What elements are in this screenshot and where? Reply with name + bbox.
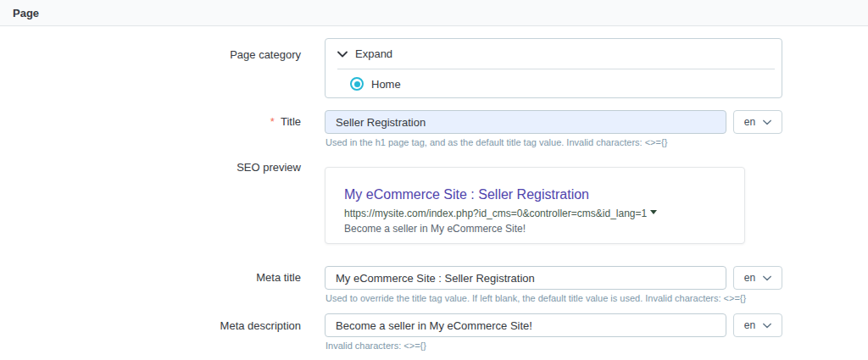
radio-selected-icon[interactable] (350, 77, 364, 91)
category-option-label: Home (371, 78, 401, 91)
serp-title-link[interactable]: My eCommerce Site : Seller Registration (344, 187, 727, 202)
caret-down-icon[interactable] (650, 210, 657, 214)
category-expand-toggle[interactable]: Expand (326, 39, 782, 69)
title-input[interactable] (325, 110, 726, 134)
chevron-down-icon (337, 51, 348, 58)
language-code: en (744, 116, 755, 128)
meta-description-input[interactable] (325, 313, 726, 337)
chevron-down-icon (763, 323, 771, 329)
chevron-down-icon (763, 119, 771, 125)
page-edit-panel: Page Page category Expand Home *Title en… (0, 0, 868, 360)
seo-preview-label: SEO preview (0, 161, 301, 174)
language-code: en (744, 272, 755, 284)
panel-header: Page (0, 0, 868, 26)
meta-title-label: Meta title (0, 271, 301, 284)
panel-title: Page (13, 7, 39, 19)
meta-description-label: Meta description (0, 319, 301, 332)
meta-title-help-text: Used to override the title tag value. If… (326, 293, 746, 303)
serp-description: Become a seller in My eCommerce Site! (344, 223, 727, 235)
page-category-label: Page category (0, 48, 301, 61)
meta-title-input[interactable] (325, 266, 726, 290)
language-code: en (744, 319, 755, 331)
category-option-home[interactable]: Home (326, 69, 782, 98)
title-label-text: Title (281, 115, 301, 128)
seo-preview-card: My eCommerce Site : Seller Registration … (325, 167, 745, 244)
title-label: *Title (0, 115, 301, 128)
serp-url: https://mysite.com/index.php?id_cms=0&co… (344, 208, 647, 219)
title-help-text: Used in the h1 page tag, and as the defa… (326, 137, 667, 147)
meta-description-help-text: Invalid characters: <>={} (326, 341, 426, 351)
meta-description-language-dropdown[interactable]: en (733, 313, 782, 337)
meta-title-language-dropdown[interactable]: en (733, 266, 782, 290)
page-category-tree: Expand Home (325, 38, 782, 98)
required-asterisk: * (270, 115, 275, 128)
chevron-down-icon (763, 275, 771, 281)
title-language-dropdown[interactable]: en (733, 110, 782, 134)
serp-url-line: https://mysite.com/index.php?id_cms=0&co… (344, 208, 727, 219)
category-expand-label: Expand (355, 47, 392, 60)
